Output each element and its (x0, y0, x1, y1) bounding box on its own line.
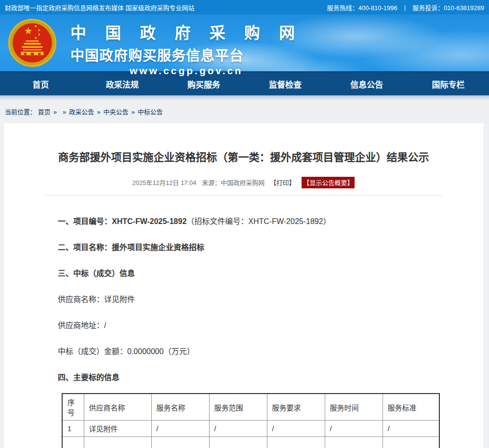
print-button[interactable]: 【打印】 (270, 179, 295, 186)
breadcrumb: 当前位置： 首页»»政采公告»中央公告»中标公告 (0, 101, 489, 123)
breadcrumb-link-3[interactable]: 中标公告 (138, 108, 163, 116)
article-paragraph-4: 供应商地址：/ (58, 321, 442, 330)
table-cell: / (267, 421, 325, 437)
china-national-emblem-icon[interactable] (8, 18, 57, 67)
table-cell (267, 437, 325, 448)
breadcrumb-separator: » (63, 108, 66, 116)
article-paragraph-1: 二、项目名称：援外项目实施企业资格招标 (58, 243, 442, 252)
table-cell: 1 (62, 421, 84, 437)
meta-divider (45, 195, 442, 196)
page-title: 商务部援外项目实施企业资格招标（第一类：援外成套项目管理企业）结果公示 (4, 148, 483, 164)
paragraph-bold-text: 一、项目编号：XHTC-FW-2025-1892 (58, 217, 186, 225)
paragraph-bold-text: 三、中标（成交）信息 (58, 269, 135, 277)
article-paragraph-5: 中标（成交）金额：0.0000000（万元） (58, 347, 442, 356)
breadcrumb-link-0[interactable]: 首页 (38, 108, 51, 116)
paragraph-bold-text: 四、主要标的信息 (58, 373, 119, 382)
table-row (62, 437, 439, 448)
nav-item-4[interactable]: 信息公告 (326, 72, 408, 95)
article-meta: 2025年12月12日 17:04 来源：中国政府采购网 【打印】 【显示公告概… (4, 177, 483, 188)
breadcrumb-link-2[interactable]: 中央公告 (103, 108, 128, 116)
table-header-cell: 服务要求 (267, 394, 325, 421)
table-row: 1详见附件///// (62, 421, 439, 437)
paragraph-regular-text: 供应商地址：/ (58, 321, 106, 329)
topbar-separator: | (404, 4, 406, 11)
article-paragraph-2: 三、中标（成交）信息 (58, 269, 442, 278)
table-header-cell: 服务时间 (325, 394, 383, 421)
article-source: 来源：中国政府采购网 (202, 179, 264, 186)
table-cell (151, 437, 209, 448)
nav-shadow-strip (0, 95, 489, 101)
article-paragraph-0: 一、项目编号：XHTC-FW-2025-1892（招标文件编号：XHTC-FW-… (58, 217, 442, 226)
top-utility-bar: 财政部唯一指定政府采购信息网络发布媒体 国家级政府采购专业网站 服务热线：400… (0, 0, 489, 14)
table-cell (383, 437, 439, 448)
breadcrumb-separator: » (97, 108, 100, 116)
breadcrumb-link-1[interactable]: 政采公告 (69, 108, 94, 116)
site-masthead: 中 国 政 府 采 购 网 中国政府购买服务信息平台 www.ccgp.gov.… (0, 14, 489, 71)
bid-result-table: 序号供应商名称服务名称服务范围服务要求服务时间服务标准1详见附件///// (62, 393, 440, 448)
breadcrumb-separator: » (53, 108, 57, 116)
table-header-row: 序号供应商名称服务名称服务范围服务要求服务时间服务标准 (62, 394, 439, 421)
nav-item-5[interactable]: 国际专栏 (408, 72, 489, 95)
paragraph-regular-text: 供应商名称：详见附件 (58, 295, 135, 303)
table-cell: / (383, 421, 439, 437)
site-url: www.ccgp.gov.cn (70, 65, 302, 77)
site-subtitle: 中国政府购买服务信息平台 (70, 44, 302, 65)
site-logo[interactable]: 中 国 政 府 采 购 网 中国政府购买服务信息平台 www.ccgp.gov.… (70, 20, 302, 77)
table-header-cell: 服务名称 (151, 394, 209, 421)
table-cell: / (325, 421, 383, 437)
table-cell (84, 437, 151, 448)
site-slogan: 财政部唯一指定政府采购信息网络发布媒体 国家级政府采购专业网站 (5, 3, 195, 12)
breadcrumb-label: 当前位置： (5, 108, 36, 116)
service-complaint: 服务投诉：010-63819289 (412, 3, 484, 12)
table-cell: / (151, 421, 209, 437)
table-cell (209, 437, 267, 448)
article-paragraph-3: 供应商名称：详见附件 (58, 295, 442, 304)
table-header-cell: 服务标准 (383, 394, 439, 421)
table-cell (62, 437, 84, 448)
table-cell (325, 437, 383, 448)
publish-datetime: 2025年12月12日 17:04 (132, 179, 197, 186)
paragraph-regular-text: （招标文件编号：XHTC-FW-2025-1892） (186, 217, 330, 225)
table-header-cell: 服务范围 (209, 394, 267, 421)
breadcrumb-separator: » (131, 108, 134, 116)
article-paragraph-6: 四、主要标的信息 (58, 373, 442, 382)
service-hotline: 服务热线：400-810-1996 (327, 3, 397, 12)
article-panel: 商务部援外项目实施企业资格招标（第一类：援外成套项目管理企业）结果公示 2025… (4, 123, 483, 448)
table-cell: 详见附件 (84, 421, 151, 437)
site-name: 中 国 政 府 采 购 网 (70, 20, 302, 43)
table-cell: / (209, 421, 267, 437)
table-header-cell: 供应商名称 (84, 394, 151, 421)
paragraph-bold-text: 二、项目名称：援外项目实施企业资格招标 (58, 243, 204, 251)
paragraph-regular-text: 中标（成交）金额：0.0000000（万元） (58, 347, 195, 356)
article-body: 一、项目编号：XHTC-FW-2025-1892（招标文件编号：XHTC-FW-… (4, 217, 483, 382)
show-summary-button[interactable]: 【显示公告概要】 (302, 177, 355, 188)
table-header-cell: 序号 (62, 394, 84, 421)
nav-item-0[interactable]: 首页 (0, 72, 81, 95)
